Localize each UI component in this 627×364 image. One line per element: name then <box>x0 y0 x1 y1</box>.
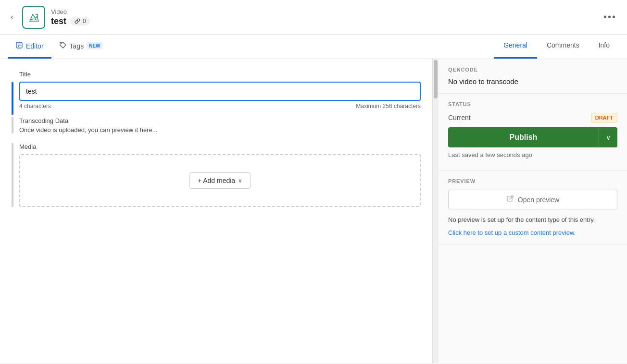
publish-button[interactable]: Publish <box>448 127 599 147</box>
header-title-block: Video test 0 <box>51 8 601 26</box>
preview-section: PREVIEW Open preview No preview is set u… <box>439 170 627 244</box>
title-label: Title <box>19 71 421 78</box>
char-count: 4 characters <box>19 103 51 109</box>
qencode-title: QENCODE <box>448 67 617 73</box>
status-row: Current DRAFT <box>448 113 617 122</box>
back-button[interactable]: ‹ <box>8 9 16 25</box>
draft-badge: DRAFT <box>591 113 617 122</box>
tab-tags[interactable]: Tags NEW <box>51 35 111 59</box>
media-drop-zone[interactable]: + Add media ∨ <box>19 154 421 207</box>
tab-general[interactable]: General <box>494 35 537 59</box>
right-tabs: General Comments Info <box>494 35 619 59</box>
content-type-label: Video <box>51 8 601 15</box>
tab-comments[interactable]: Comments <box>537 35 589 59</box>
open-preview-button[interactable]: Open preview <box>448 190 617 209</box>
scroll-thumb <box>434 60 438 98</box>
header-name-row: test 0 <box>51 16 601 26</box>
more-icon: ••• <box>603 12 616 22</box>
media-label: Media <box>19 143 421 150</box>
tab-general-label: General <box>503 41 527 49</box>
preview-note: No preview is set up for the content typ… <box>448 215 617 225</box>
scroll-track[interactable] <box>433 59 439 363</box>
preview-title: PREVIEW <box>448 178 617 184</box>
qencode-section: QENCODE No video to transcode <box>439 59 627 94</box>
app-icon <box>22 6 45 29</box>
editor-icon <box>15 41 23 50</box>
transcoding-section: Transcoding Data Once video is uploaded,… <box>12 117 421 133</box>
no-video-text: No video to transcode <box>448 77 617 85</box>
entry-name: test <box>51 16 66 26</box>
char-max: Maximum 256 characters <box>356 103 421 109</box>
more-options-button[interactable]: ••• <box>601 9 619 25</box>
title-indicator <box>12 82 13 115</box>
open-preview-label: Open preview <box>518 196 559 204</box>
left-panel: Title 4 characters Maximum 256 character… <box>0 59 433 363</box>
new-badge: NEW <box>87 42 102 49</box>
last-saved-text: Last saved a few seconds ago <box>448 151 617 158</box>
transcoding-indicator <box>12 117 13 133</box>
tab-info[interactable]: Info <box>589 35 619 59</box>
publish-dropdown-button[interactable]: ∨ <box>599 127 617 147</box>
tab-info-label: Info <box>599 41 610 49</box>
tab-editor[interactable]: Editor <box>8 35 51 59</box>
link-badge[interactable]: 0 <box>70 17 90 25</box>
chevron-down-icon: ∨ <box>238 177 242 184</box>
transcoding-text: Once video is uploaded, you can preview … <box>19 126 421 133</box>
link-count: 0 <box>83 18 86 24</box>
char-info: 4 characters Maximum 256 characters <box>19 103 421 109</box>
svg-rect-0 <box>27 11 40 24</box>
tab-spacer <box>111 35 494 59</box>
open-preview-icon <box>506 195 514 204</box>
back-icon: ‹ <box>11 12 13 22</box>
svg-point-5 <box>61 43 62 44</box>
right-panel: QENCODE No video to transcode STATUS Cur… <box>439 59 627 363</box>
add-media-label: + Add media <box>198 177 235 184</box>
chevron-down-icon: ∨ <box>606 133 611 141</box>
tab-editor-label: Editor <box>26 42 44 50</box>
add-media-button[interactable]: + Add media ∨ <box>189 172 251 189</box>
current-label: Current <box>448 114 471 121</box>
svg-rect-6 <box>507 196 512 201</box>
status-section: STATUS Current DRAFT Publish ∨ Last save… <box>439 94 627 170</box>
tab-comments-label: Comments <box>547 41 579 49</box>
title-input[interactable] <box>19 82 421 101</box>
media-section: Media + Add media ∨ <box>12 143 421 207</box>
tab-bar: Editor Tags NEW General Comments Info <box>0 35 627 59</box>
preview-setup-link[interactable]: Click here to set up a custom content pr… <box>448 229 576 236</box>
transcoding-label: Transcoding Data <box>19 117 421 124</box>
publish-btn-row: Publish ∨ <box>448 127 617 147</box>
status-title: STATUS <box>448 101 617 107</box>
tags-icon <box>59 41 67 50</box>
main-layout: Title 4 characters Maximum 256 character… <box>0 59 627 363</box>
media-indicator <box>12 143 13 207</box>
tab-tags-label: Tags <box>70 42 84 50</box>
title-section: Title 4 characters Maximum 256 character… <box>12 71 421 109</box>
top-header: ‹ Video test 0 ••• <box>0 0 627 35</box>
link-icon <box>74 18 81 24</box>
